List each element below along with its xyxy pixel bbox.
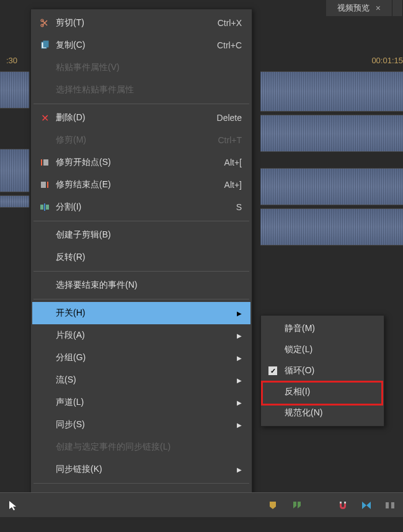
blank-icon xyxy=(37,251,52,264)
tool-split-icon[interactable] xyxy=(383,499,397,512)
waveform-track xyxy=(260,208,403,246)
submenu-arrow-icon: ▶ xyxy=(237,332,242,339)
tab-video-preview[interactable]: 视频预览 × xyxy=(326,0,392,16)
menu-label: 删除(D) xyxy=(56,112,217,123)
svg-rect-11 xyxy=(340,502,342,503)
menu-split[interactable]: 分割(I) S xyxy=(32,196,250,218)
scissors-icon xyxy=(37,17,52,29)
menu-sync[interactable]: 同步(S) ▶ xyxy=(32,414,250,436)
svg-rect-10 xyxy=(44,203,45,211)
bottom-toolbar xyxy=(0,492,403,517)
submenu-label: 循环(O) xyxy=(285,365,374,376)
close-icon[interactable]: × xyxy=(376,3,381,13)
blank-icon xyxy=(37,441,52,453)
submenu-lock[interactable]: 锁定(L) xyxy=(262,339,383,360)
checkbox-checked-icon: ✓ xyxy=(267,365,278,376)
menu-label: 修剪结束点(E) xyxy=(56,179,224,190)
submenu-label: 锁定(L) xyxy=(285,344,374,355)
menu-trim-start[interactable]: 修剪开始点(S) Alt+[ xyxy=(32,151,250,174)
menu-clip[interactable]: 片段(A) ▶ xyxy=(32,324,250,347)
menu-separator xyxy=(33,271,249,272)
menu-separator xyxy=(33,299,249,299)
trim-end-icon xyxy=(37,179,52,191)
menu-label: 创建子剪辑(B) xyxy=(56,229,242,241)
menu-shortcut: S xyxy=(236,202,242,212)
svg-rect-13 xyxy=(386,502,389,508)
blank-icon xyxy=(37,307,52,319)
split-icon xyxy=(37,201,52,213)
svg-rect-14 xyxy=(391,502,394,508)
menu-group[interactable]: 分组(G) ▶ xyxy=(32,347,250,369)
marker-yellow-icon[interactable] xyxy=(267,499,280,512)
blank-icon xyxy=(37,374,52,386)
svg-rect-12 xyxy=(344,502,346,503)
menu-selective-paste: 选择性粘贴事件属性 xyxy=(32,79,250,101)
menu-label: 分组(G) xyxy=(56,352,231,363)
menu-shortcut: Ctrl+C xyxy=(217,40,242,50)
menu-shortcut: Delete xyxy=(217,113,242,123)
menu-label: 剪切(T) xyxy=(56,17,218,29)
menu-label: 反转(R) xyxy=(56,252,242,263)
submenu-loop[interactable]: ✓ 循环(O) xyxy=(262,360,383,381)
menu-label: 同步链接(K) xyxy=(56,464,231,475)
menu-sync-link[interactable]: 同步链接(K) ▶ xyxy=(32,458,250,481)
menu-separator xyxy=(33,221,249,221)
menu-stream[interactable]: 流(S) ▶ xyxy=(32,369,250,391)
svg-rect-8 xyxy=(40,205,43,210)
menu-separator xyxy=(33,483,249,484)
menu-label: 流(S) xyxy=(56,375,231,386)
submenu-label: 规范化(N) xyxy=(285,407,374,419)
menu-shortcut: Alt+] xyxy=(224,180,242,190)
blank-icon xyxy=(37,329,52,342)
menu-switches[interactable]: 开关(H) ▶ xyxy=(32,302,250,324)
cursor-tool-icon[interactable] xyxy=(6,499,20,512)
menu-delete[interactable]: ✕ 删除(D) Delete xyxy=(32,107,250,129)
blank-icon xyxy=(267,386,278,397)
svg-rect-5 xyxy=(43,159,48,166)
menu-trim: 修剪(M) Ctrl+T xyxy=(32,129,250,151)
submenu-arrow-icon: ▶ xyxy=(237,355,242,361)
submenu-mute[interactable]: 静音(M) xyxy=(262,318,383,339)
menu-label: 声道(L) xyxy=(56,397,231,408)
svg-rect-9 xyxy=(46,205,49,210)
svg-rect-7 xyxy=(47,182,48,188)
menu-reverse[interactable]: 反转(R) xyxy=(32,246,250,268)
magnet-icon[interactable] xyxy=(336,499,350,512)
marker-green-icon[interactable] xyxy=(290,499,304,512)
blank-icon xyxy=(37,229,52,241)
menu-label: 创建与选定事件的同步链接(L) xyxy=(56,441,242,453)
trim-icon xyxy=(37,134,52,146)
blank-icon xyxy=(37,396,52,409)
submenu-label: 静音(M) xyxy=(285,323,374,334)
blank-icon xyxy=(37,352,52,364)
waveform-track xyxy=(0,195,29,208)
menu-copy[interactable]: 复制(C) Ctrl+C xyxy=(32,34,250,56)
timeline-timecode: 00:01:15 xyxy=(371,56,403,65)
menu-label: 同步(S) xyxy=(56,419,231,430)
tab-other[interactable] xyxy=(392,0,403,16)
menu-channel[interactable]: 声道(L) ▶ xyxy=(32,391,250,414)
switches-submenu: 静音(M) 锁定(L) ✓ 循环(O) 反相(I) 规范化(N) xyxy=(260,315,384,427)
copy-icon xyxy=(37,39,52,51)
timeline-ruler[interactable]: 00:01:15 xyxy=(328,53,403,71)
submenu-label: 反相(I) xyxy=(285,386,374,397)
menu-label: 选择性粘贴事件属性 xyxy=(56,84,242,95)
bowtie-icon[interactable] xyxy=(360,499,373,512)
blank-icon xyxy=(267,407,278,419)
menu-select-end-events[interactable]: 选择要结束的事件(N) xyxy=(32,274,250,296)
menu-trim-end[interactable]: 修剪结束点(E) Alt+] xyxy=(32,174,250,196)
submenu-normalize[interactable]: 规范化(N) xyxy=(262,402,383,423)
submenu-invert[interactable]: 反相(I) xyxy=(262,381,383,402)
submenu-arrow-icon: ▶ xyxy=(237,310,242,317)
waveform-track xyxy=(260,115,403,152)
waveform-track xyxy=(260,71,403,112)
submenu-arrow-icon: ▶ xyxy=(237,377,242,384)
blank-icon xyxy=(37,463,52,476)
menu-create-sync-link: 创建与选定事件的同步链接(L) xyxy=(32,436,250,458)
blank-icon xyxy=(267,344,278,355)
menu-create-subclip[interactable]: 创建子剪辑(B) xyxy=(32,224,250,246)
delete-icon: ✕ xyxy=(37,112,52,124)
menu-paste-event-attrs: 粘贴事件属性(V) xyxy=(32,56,250,79)
menu-label: 选择要结束的事件(N) xyxy=(56,280,242,291)
menu-cut[interactable]: 剪切(T) Ctrl+X xyxy=(32,12,250,34)
